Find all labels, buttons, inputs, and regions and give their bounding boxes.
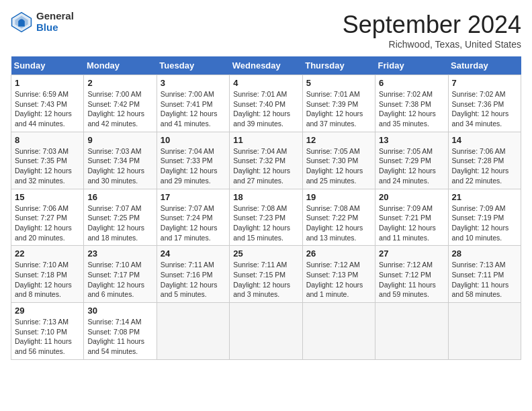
day-number: 22 <box>15 248 80 259</box>
day-info: Sunrise: 7:01 AM Sunset: 7:40 PM Dayligh… <box>233 89 298 129</box>
calendar-week-row: 29 Sunrise: 7:13 AM Sunset: 7:10 PM Dayl… <box>11 303 521 360</box>
day-number: 28 <box>452 248 517 259</box>
day-number: 6 <box>379 78 444 88</box>
calendar-week-row: 8 Sunrise: 7:03 AM Sunset: 7:35 PM Dayli… <box>11 132 521 189</box>
day-info: Sunrise: 7:09 AM Sunset: 7:19 PM Dayligh… <box>452 203 517 243</box>
day-number: 11 <box>233 135 298 145</box>
day-number: 10 <box>161 135 226 145</box>
logo-icon <box>11 11 32 33</box>
day-number: 24 <box>161 248 226 259</box>
day-info: Sunrise: 7:06 AM Sunset: 7:27 PM Dayligh… <box>15 203 80 243</box>
table-row: 16 Sunrise: 7:07 AM Sunset: 7:25 PM Dayl… <box>84 189 157 246</box>
table-row: 17 Sunrise: 7:07 AM Sunset: 7:24 PM Dayl… <box>157 189 229 246</box>
table-row <box>157 303 229 360</box>
title-section: September 2024 Richwood, Texas, United S… <box>343 11 521 50</box>
day-info: Sunrise: 7:02 AM Sunset: 7:38 PM Dayligh… <box>379 89 444 129</box>
calendar-table: Sunday Monday Tuesday Wednesday Thursday… <box>11 56 521 360</box>
table-row: 10 Sunrise: 7:04 AM Sunset: 7:33 PM Dayl… <box>157 132 229 189</box>
table-row: 19 Sunrise: 7:08 AM Sunset: 7:22 PM Dayl… <box>302 189 375 246</box>
day-info: Sunrise: 7:06 AM Sunset: 7:28 PM Dayligh… <box>452 146 517 186</box>
header-monday: Monday <box>84 56 157 75</box>
day-number: 1 <box>15 78 80 88</box>
day-info: Sunrise: 7:03 AM Sunset: 7:35 PM Dayligh… <box>15 146 80 186</box>
day-info: Sunrise: 7:08 AM Sunset: 7:22 PM Dayligh… <box>306 203 371 243</box>
calendar-week-row: 15 Sunrise: 7:06 AM Sunset: 7:27 PM Dayl… <box>11 189 521 246</box>
day-info: Sunrise: 7:01 AM Sunset: 7:39 PM Dayligh… <box>306 89 371 129</box>
day-number: 16 <box>87 192 152 202</box>
table-row: 13 Sunrise: 7:05 AM Sunset: 7:29 PM Dayl… <box>375 132 448 189</box>
table-row <box>375 303 448 360</box>
day-number: 8 <box>15 135 80 145</box>
table-row: 26 Sunrise: 7:12 AM Sunset: 7:13 PM Dayl… <box>302 246 375 303</box>
header-saturday: Saturday <box>448 56 521 75</box>
day-info: Sunrise: 7:14 AM Sunset: 7:08 PM Dayligh… <box>87 317 152 357</box>
day-number: 25 <box>233 248 298 259</box>
day-number: 9 <box>87 135 152 145</box>
table-row: 5 Sunrise: 7:01 AM Sunset: 7:39 PM Dayli… <box>302 75 375 132</box>
header-thursday: Thursday <box>302 56 375 75</box>
month-title: September 2024 <box>343 11 521 39</box>
day-number: 17 <box>161 192 226 202</box>
header-sunday: Sunday <box>11 56 84 75</box>
day-number: 2 <box>87 78 152 88</box>
day-info: Sunrise: 7:04 AM Sunset: 7:33 PM Dayligh… <box>161 146 226 186</box>
day-number: 29 <box>15 306 80 316</box>
table-row: 9 Sunrise: 7:03 AM Sunset: 7:34 PM Dayli… <box>84 132 157 189</box>
table-row: 23 Sunrise: 7:10 AM Sunset: 7:17 PM Dayl… <box>84 246 157 303</box>
day-number: 19 <box>306 192 371 202</box>
day-number: 12 <box>306 135 371 145</box>
table-row: 14 Sunrise: 7:06 AM Sunset: 7:28 PM Dayl… <box>448 132 521 189</box>
location-title: Richwood, Texas, United States <box>343 39 521 50</box>
calendar-header-row: Sunday Monday Tuesday Wednesday Thursday… <box>11 56 521 75</box>
table-row: 12 Sunrise: 7:05 AM Sunset: 7:30 PM Dayl… <box>302 132 375 189</box>
table-row <box>302 303 375 360</box>
table-row: 11 Sunrise: 7:04 AM Sunset: 7:32 PM Dayl… <box>230 132 302 189</box>
table-row: 22 Sunrise: 7:10 AM Sunset: 7:18 PM Dayl… <box>11 246 84 303</box>
header-wednesday: Wednesday <box>230 56 302 75</box>
day-number: 7 <box>452 78 517 88</box>
table-row: 2 Sunrise: 7:00 AM Sunset: 7:42 PM Dayli… <box>84 75 157 132</box>
table-row: 21 Sunrise: 7:09 AM Sunset: 7:19 PM Dayl… <box>448 189 521 246</box>
table-row: 8 Sunrise: 7:03 AM Sunset: 7:35 PM Dayli… <box>11 132 84 189</box>
logo-text: General Blue <box>36 11 74 33</box>
day-info: Sunrise: 7:05 AM Sunset: 7:29 PM Dayligh… <box>379 146 444 186</box>
day-number: 26 <box>306 248 371 259</box>
day-number: 18 <box>233 192 298 202</box>
table-row: 3 Sunrise: 7:00 AM Sunset: 7:41 PM Dayli… <box>157 75 229 132</box>
day-info: Sunrise: 6:59 AM Sunset: 7:43 PM Dayligh… <box>15 89 80 129</box>
day-info: Sunrise: 7:00 AM Sunset: 7:42 PM Dayligh… <box>87 89 152 129</box>
day-number: 14 <box>452 135 517 145</box>
day-info: Sunrise: 7:07 AM Sunset: 7:25 PM Dayligh… <box>87 203 152 243</box>
table-row: 30 Sunrise: 7:14 AM Sunset: 7:08 PM Dayl… <box>84 303 157 360</box>
day-number: 5 <box>306 78 371 88</box>
header-friday: Friday <box>375 56 448 75</box>
table-row: 1 Sunrise: 6:59 AM Sunset: 7:43 PM Dayli… <box>11 75 84 132</box>
day-number: 15 <box>15 192 80 202</box>
day-info: Sunrise: 7:02 AM Sunset: 7:36 PM Dayligh… <box>452 89 517 129</box>
day-info: Sunrise: 7:12 AM Sunset: 7:13 PM Dayligh… <box>306 260 371 300</box>
calendar-week-row: 1 Sunrise: 6:59 AM Sunset: 7:43 PM Dayli… <box>11 75 521 132</box>
table-row: 18 Sunrise: 7:08 AM Sunset: 7:23 PM Dayl… <box>230 189 302 246</box>
logo-general-label: General <box>36 11 74 22</box>
day-number: 20 <box>379 192 444 202</box>
day-info: Sunrise: 7:13 AM Sunset: 7:11 PM Dayligh… <box>452 260 517 300</box>
table-row: 25 Sunrise: 7:11 AM Sunset: 7:15 PM Dayl… <box>230 246 302 303</box>
day-number: 27 <box>379 248 444 259</box>
table-row: 6 Sunrise: 7:02 AM Sunset: 7:38 PM Dayli… <box>375 75 448 132</box>
table-row: 29 Sunrise: 7:13 AM Sunset: 7:10 PM Dayl… <box>11 303 84 360</box>
day-info: Sunrise: 7:03 AM Sunset: 7:34 PM Dayligh… <box>87 146 152 186</box>
table-row: 27 Sunrise: 7:12 AM Sunset: 7:12 PM Dayl… <box>375 246 448 303</box>
day-info: Sunrise: 7:05 AM Sunset: 7:30 PM Dayligh… <box>306 146 371 186</box>
header-tuesday: Tuesday <box>157 56 229 75</box>
table-row: 15 Sunrise: 7:06 AM Sunset: 7:27 PM Dayl… <box>11 189 84 246</box>
day-info: Sunrise: 7:04 AM Sunset: 7:32 PM Dayligh… <box>233 146 298 186</box>
day-info: Sunrise: 7:10 AM Sunset: 7:17 PM Dayligh… <box>87 260 152 300</box>
logo-blue-label: Blue <box>36 22 74 34</box>
day-info: Sunrise: 7:11 AM Sunset: 7:16 PM Dayligh… <box>161 260 226 300</box>
day-info: Sunrise: 7:11 AM Sunset: 7:15 PM Dayligh… <box>233 260 298 300</box>
table-row: 20 Sunrise: 7:09 AM Sunset: 7:21 PM Dayl… <box>375 189 448 246</box>
day-number: 4 <box>233 78 298 88</box>
table-row: 7 Sunrise: 7:02 AM Sunset: 7:36 PM Dayli… <box>448 75 521 132</box>
table-row: 4 Sunrise: 7:01 AM Sunset: 7:40 PM Dayli… <box>230 75 302 132</box>
day-info: Sunrise: 7:00 AM Sunset: 7:41 PM Dayligh… <box>161 89 226 129</box>
